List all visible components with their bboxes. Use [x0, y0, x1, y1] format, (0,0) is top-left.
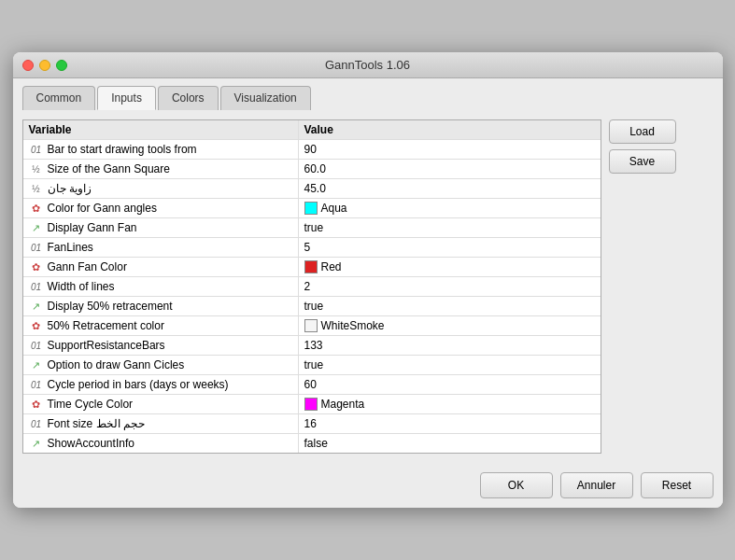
traffic-lights [22, 60, 67, 71]
color-swatch[interactable] [304, 398, 318, 411]
row-icon: 01 [29, 282, 44, 292]
table-row: ✿ Time Cycle Color Magenta [23, 395, 601, 414]
table-row: ↗ Option to draw Gann Cicles true [23, 356, 601, 375]
color-swatch[interactable] [304, 202, 318, 215]
table-row: ↗ ShowAccountInfo false [23, 434, 601, 453]
row-icon: ½ [29, 164, 44, 175]
inputs-table: Variable Value 01 Bar to start drawing t… [22, 119, 601, 454]
tab-visualization[interactable]: Visualization [220, 86, 311, 110]
bottom-bar: OK Annuler Reset [13, 463, 723, 508]
table-row: ½ زاوية جان 45.0 [23, 179, 601, 199]
row-icon: ↗ [29, 438, 44, 450]
row-icon: ✿ [29, 399, 44, 411]
row-icon: 01 [29, 243, 44, 253]
table-row: 01 FanLines 5 [23, 238, 601, 258]
color-swatch[interactable] [304, 260, 318, 273]
row-icon: ✿ [29, 261, 44, 273]
table-header: Variable Value [23, 120, 601, 140]
title-bar: GannTools 1.06 [13, 52, 723, 78]
main-window: GannTools 1.06 Common Inputs Colors Visu… [13, 52, 723, 508]
load-button[interactable]: Load [609, 119, 676, 144]
table-row: 01 SupportResistanceBars 133 [23, 336, 601, 356]
header-variable: Variable [23, 120, 299, 139]
tab-colors[interactable]: Colors [158, 86, 219, 110]
tab-common[interactable]: Common [22, 86, 96, 110]
table-row: ↗ Display 50% retracement true [23, 297, 601, 316]
window-title: GannTools 1.06 [325, 58, 410, 72]
save-button[interactable]: Save [609, 149, 676, 174]
row-icon: ↗ [29, 359, 44, 371]
table-row: 01 Width of lines 2 [23, 277, 601, 297]
table-row: ↗ Display Gann Fan true [23, 218, 601, 238]
table-row: 01 Cycle period in bars (days or weeks) … [23, 375, 601, 395]
content-area: Variable Value 01 Bar to start drawing t… [13, 110, 723, 463]
reset-button[interactable]: Reset [641, 472, 714, 498]
row-icon: 01 [29, 145, 44, 155]
row-icon: ✿ [29, 203, 44, 215]
close-button[interactable] [22, 60, 34, 71]
minimize-button[interactable] [39, 60, 50, 71]
table-row: 01 Font size حجم الخط 16 [23, 414, 601, 434]
table-row: ½ Size of the Gann Square 60.0 [23, 160, 601, 179]
row-icon: ↗ [29, 222, 44, 234]
ok-button[interactable]: OK [480, 472, 553, 498]
row-icon: ½ [29, 184, 44, 194]
cancel-button[interactable]: Annuler [560, 472, 633, 498]
row-icon: ✿ [29, 320, 44, 332]
table-row: ✿ 50% Retracement color WhiteSmoke [23, 316, 601, 336]
row-icon: 01 [29, 419, 44, 429]
table-row: ✿ Color for Gann angles Aqua [23, 199, 601, 218]
row-icon: 01 [29, 341, 44, 351]
color-swatch[interactable] [304, 319, 318, 332]
table-row: ✿ Gann Fan Color Red [23, 258, 601, 277]
row-icon: ↗ [29, 301, 44, 313]
maximize-button[interactable] [56, 60, 67, 71]
row-icon: 01 [29, 380, 44, 390]
tab-inputs[interactable]: Inputs [97, 86, 156, 110]
table-row: 01 Bar to start drawing tools from 90 [23, 140, 601, 160]
side-buttons: Load Save [609, 119, 676, 174]
main-area: Variable Value 01 Bar to start drawing t… [22, 119, 714, 454]
header-value: Value [299, 120, 601, 139]
tab-bar: Common Inputs Colors Visualization [13, 78, 723, 110]
